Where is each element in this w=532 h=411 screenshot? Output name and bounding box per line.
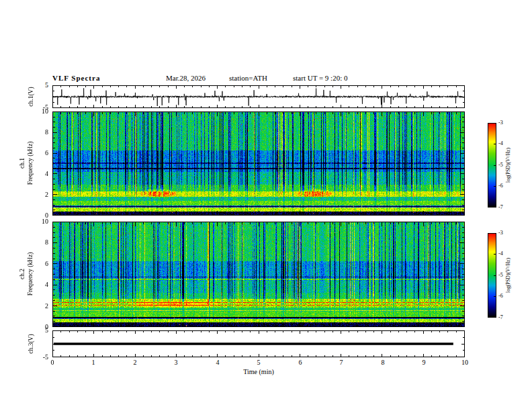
colorbar-ch2 xyxy=(488,233,496,318)
cb1-tick: -7 xyxy=(498,205,511,210)
ch1-channel-label: ch.1 xyxy=(18,123,26,203)
ch1-waveform-canvas xyxy=(52,85,465,108)
x-tick: 8 xyxy=(376,359,390,366)
ch2-frequency-label: Frequency (kHz) xyxy=(26,234,34,314)
ch3-wave-axis-title: ch.3(V) xyxy=(28,324,36,364)
x-tick: 3 xyxy=(169,359,183,366)
cb2-tick: -7 xyxy=(498,315,511,320)
ch2-channel-label: ch.2 xyxy=(18,234,26,314)
date-label: Mar.28, 2026 xyxy=(166,75,206,82)
x-axis-title: Time (min) xyxy=(225,369,292,375)
x-tick: 10 xyxy=(458,359,472,366)
x-tick: 4 xyxy=(211,359,224,366)
ch2-spec-ytick: 10 xyxy=(31,218,48,225)
page-title: VLF Spectra xyxy=(52,75,100,82)
vlf-spectra-figure: VLF Spectra Mar.28, 2026 station=ATH sta… xyxy=(0,0,532,411)
x-tick: 5 xyxy=(252,359,265,366)
station-label: station=ATH xyxy=(229,75,267,82)
cb1-unit-label: log(PSD)(V²/Hz) xyxy=(505,132,512,199)
cb2-unit-label: log(PSD)(V²/Hz) xyxy=(505,242,512,309)
colorbar-ch1 xyxy=(488,123,496,208)
x-tick: 2 xyxy=(128,359,142,366)
ch1-spec-axis-title: ch.1 Frequency (kHz) xyxy=(18,123,34,203)
x-tick: 6 xyxy=(294,359,307,366)
start-ut-label: start UT = 9 :20: 0 xyxy=(293,75,347,82)
ch1-spectrogram-canvas xyxy=(52,111,465,216)
x-tick: 9 xyxy=(417,359,431,366)
x-tick: 0 xyxy=(46,359,59,366)
x-tick: 1 xyxy=(87,359,100,366)
ch2-spectrogram-canvas xyxy=(52,222,465,327)
cb1-tick: -3 xyxy=(498,120,511,126)
ch3-waveform-canvas xyxy=(52,330,465,357)
ch1-frequency-label: Frequency (kHz) xyxy=(26,123,34,203)
x-tick: 7 xyxy=(335,359,348,366)
ch2-spec-axis-title: ch.2 Frequency (kHz) xyxy=(18,234,34,314)
ch1-wave-axis-title: ch.1(V) xyxy=(28,77,36,117)
cb2-tick: -3 xyxy=(498,230,511,236)
